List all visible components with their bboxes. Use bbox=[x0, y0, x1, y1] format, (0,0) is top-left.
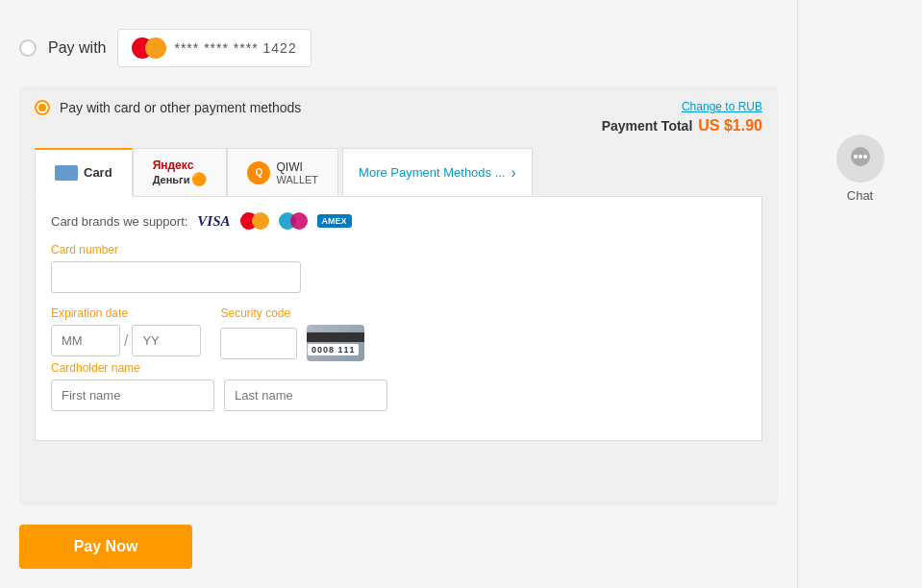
expiry-group: Expiration date / bbox=[51, 306, 201, 356]
saved-card-number: **** **** **** 1422 bbox=[174, 40, 296, 56]
payment-section-title: Pay with card or other payment methods bbox=[60, 100, 301, 115]
mastercard-brand-icon bbox=[240, 212, 269, 230]
change-currency-link[interactable]: Change to RUB bbox=[602, 100, 762, 113]
expiry-inputs: / bbox=[51, 325, 201, 356]
chat-bubble-icon bbox=[847, 145, 874, 172]
pay-with-row: Pay with **** **** **** 1422 bbox=[19, 19, 778, 77]
mastercard-icon bbox=[132, 37, 166, 59]
visa-icon: VISA bbox=[197, 213, 230, 230]
cardholder-row bbox=[51, 380, 746, 411]
svg-point-3 bbox=[863, 155, 867, 159]
svg-point-2 bbox=[859, 155, 862, 159]
card-brands-row: Card brands we support: VISA AMEX bbox=[51, 212, 746, 230]
radio-inner bbox=[38, 104, 46, 111]
payment-header-left: Pay with card or other payment methods bbox=[35, 100, 301, 115]
card-number-group: Card number bbox=[51, 243, 746, 293]
pay-now-button[interactable]: Pay Now bbox=[19, 525, 192, 569]
security-inputs: 0008 111 bbox=[220, 325, 364, 361]
tab-card[interactable]: Card bbox=[35, 148, 133, 197]
svg-point-1 bbox=[854, 155, 858, 159]
expiry-separator: / bbox=[124, 332, 128, 350]
right-sidebar: Chat bbox=[797, 0, 922, 588]
main-content: Pay with **** **** **** 1422 Pay with ca… bbox=[0, 0, 797, 588]
expiry-yy-input[interactable] bbox=[132, 325, 201, 356]
tab-more-methods[interactable]: More Payment Methods ... › bbox=[342, 148, 533, 196]
yandex-logo: Яндекс Деньги 🟠 bbox=[153, 159, 208, 186]
chat-widget[interactable]: Chat bbox=[836, 135, 885, 203]
expiry-security-row: Expiration date / Security code 0008 111 bbox=[51, 306, 746, 361]
tab-card-label: Card bbox=[84, 165, 112, 180]
payment-header: Pay with card or other payment methods C… bbox=[35, 100, 762, 135]
expiry-mm-input[interactable] bbox=[51, 325, 120, 356]
last-name-input[interactable] bbox=[224, 380, 387, 411]
payment-section: Pay with card or other payment methods C… bbox=[19, 86, 778, 505]
tab-qiwi[interactable]: Q QIWI WALLET bbox=[227, 148, 338, 196]
saved-card-box[interactable]: **** **** **** 1422 bbox=[117, 29, 311, 67]
payment-total-line: Payment Total US $1.90 bbox=[602, 117, 762, 135]
brands-label: Card brands we support: bbox=[51, 214, 187, 229]
card-form-panel: Card brands we support: VISA AMEX Card n… bbox=[35, 196, 762, 441]
chat-label: Chat bbox=[847, 188, 873, 203]
cardholder-group: Cardholder name bbox=[51, 361, 746, 411]
expiry-label: Expiration date bbox=[51, 306, 201, 320]
payment-total-amount: US $1.90 bbox=[698, 117, 762, 135]
security-code-input[interactable] bbox=[220, 328, 297, 359]
amex-icon: AMEX bbox=[317, 214, 352, 228]
payment-method-radio[interactable] bbox=[35, 100, 50, 115]
qiwi-logo-circle: Q bbox=[247, 161, 270, 184]
security-group: Security code 0008 111 bbox=[220, 306, 364, 361]
cvv-code-display: 0008 111 bbox=[308, 344, 360, 355]
card-tab-icon bbox=[55, 165, 78, 181]
card-number-input[interactable] bbox=[51, 261, 301, 293]
payment-total-label: Payment Total bbox=[602, 118, 693, 134]
cardholder-label: Cardholder name bbox=[51, 361, 746, 375]
payment-tabs: Card Яндекс Деньги 🟠 Q QIWI W bbox=[35, 148, 762, 196]
tab-yandex[interactable]: Яндекс Деньги 🟠 bbox=[133, 148, 228, 196]
cvv-image: 0008 111 bbox=[307, 325, 364, 361]
pay-with-radio[interactable] bbox=[19, 39, 37, 57]
first-name-input[interactable] bbox=[51, 380, 214, 411]
cvv-stripe bbox=[307, 332, 364, 342]
payment-header-right: Change to RUB Payment Total US $1.90 bbox=[602, 100, 762, 135]
more-arrow-icon: › bbox=[511, 164, 516, 182]
security-label: Security code bbox=[220, 306, 364, 320]
qiwi-tab-content: Q QIWI WALLET bbox=[247, 160, 318, 185]
maestro-icon bbox=[279, 212, 308, 230]
chat-icon-circle bbox=[836, 135, 885, 183]
pay-with-label: Pay with bbox=[48, 39, 106, 57]
tab-more-label: More Payment Methods ... bbox=[359, 165, 505, 180]
card-number-label: Card number bbox=[51, 243, 746, 257]
